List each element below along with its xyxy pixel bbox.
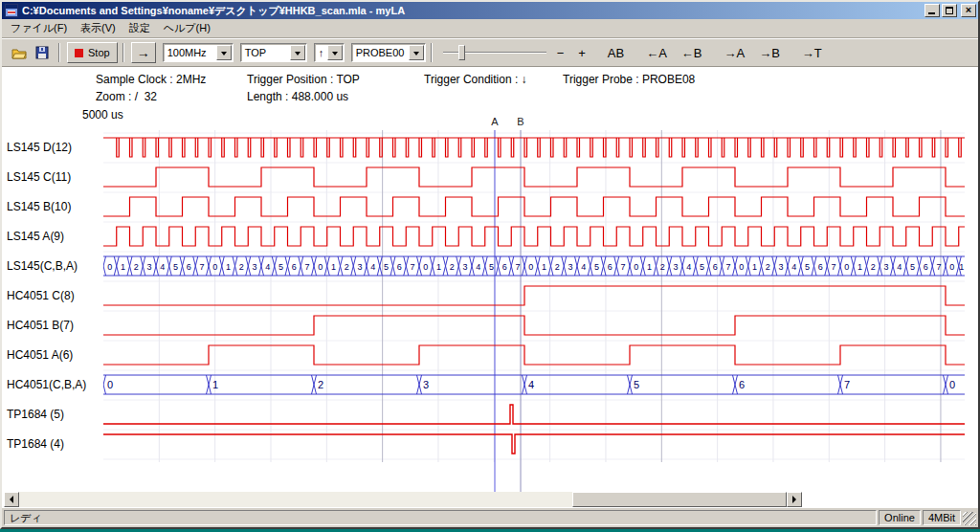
bus-value: 0 [634, 262, 638, 272]
bus-value: 2 [766, 262, 770, 272]
chevron-down-icon[interactable] [290, 45, 305, 60]
bus-value: 6 [187, 262, 191, 272]
bus-value: 1 [542, 262, 546, 272]
bus-4: 0123456701234567012345670123456701234567… [101, 256, 966, 276]
bus-value: 3 [568, 262, 573, 272]
waveform-plot[interactable]: AB01234567012345670123456701234567012345… [2, 67, 978, 508]
goto-trigger-button[interactable]: →T [798, 44, 826, 62]
ab-range-button[interactable]: AB [604, 44, 628, 62]
bus-value: 7 [844, 379, 850, 390]
bus-value: 4 [897, 262, 902, 272]
trigger-position-select[interactable]: TOP [240, 43, 307, 62]
bus-value: 3 [423, 379, 429, 390]
wave-9 [103, 405, 965, 424]
resize-grip[interactable] [963, 512, 976, 525]
bus-value: 3 [463, 262, 468, 272]
bus-value: 6 [502, 262, 507, 272]
minimize-button[interactable] [924, 4, 940, 17]
bus-value: 3 [358, 262, 363, 272]
bus-value: 3 [884, 262, 889, 272]
menu-item-help[interactable]: ヘルプ(H) [157, 19, 217, 37]
bus-value: 6 [608, 262, 612, 272]
scroll-left-button[interactable] [4, 492, 19, 507]
bus-value: 7 [621, 262, 626, 272]
chevron-down-icon[interactable] [409, 45, 424, 60]
wave-5 [103, 286, 965, 305]
bus-value: 5 [489, 262, 494, 272]
trigger-edge-value: ↑ [315, 47, 327, 58]
slider-thumb[interactable] [458, 45, 465, 60]
chevron-down-icon[interactable] [216, 45, 232, 60]
clock-select[interactable]: 100MHz [163, 43, 234, 62]
left-to-b-button[interactable]: ←B [678, 44, 706, 62]
floppy-disk-icon [35, 46, 49, 59]
bus-value: 7 [726, 262, 731, 272]
status-online-badge: Online [879, 510, 921, 525]
titlebar[interactable]: C:¥Documents and Settings¥noname¥デスクトップ¥… [2, 2, 978, 19]
left-to-a-button[interactable]: ←A [642, 44, 671, 62]
bus-value: 5 [805, 262, 810, 272]
bus-value: 4 [686, 262, 691, 272]
bus-value: 0 [528, 262, 533, 272]
right-to-b-button[interactable]: →B [755, 44, 784, 62]
bus-value: 0 [107, 262, 112, 272]
bus-value: 0 [318, 262, 323, 272]
bus-value: 1 [121, 262, 125, 272]
bus-value: 2 [450, 262, 455, 272]
right-to-a-button[interactable]: →A [721, 44, 749, 62]
bus-value: 1 [752, 262, 757, 272]
wave-1 [103, 167, 965, 187]
trigger-edge-select[interactable]: ↑ [314, 43, 345, 62]
status-message: レディ [4, 510, 877, 525]
bus-value: 4 [265, 262, 270, 272]
bus-value: 5 [700, 262, 704, 272]
menu-item-settings[interactable]: 設定 [122, 19, 157, 37]
window-title: C:¥Documents and Settings¥noname¥デスクトップ¥… [22, 4, 923, 18]
menu-item-view[interactable]: 表示(V) [74, 19, 122, 37]
probe-select[interactable]: PROBE00 [351, 43, 426, 62]
stop-icon [75, 49, 83, 57]
zoom-slider[interactable] [443, 43, 546, 62]
bus-value: 2 [871, 262, 876, 272]
app-icon [5, 4, 18, 17]
bus-value: 4 [791, 262, 796, 272]
save-button[interactable] [31, 42, 54, 63]
bus-8: 012345670 [101, 375, 966, 394]
open-folder-icon [11, 47, 27, 59]
bus-value: 6 [818, 262, 823, 272]
bus-value: 0 [949, 379, 955, 390]
bus-value: 2 [345, 262, 349, 272]
zoom-out-button[interactable]: − [553, 44, 568, 62]
bus-value: 4 [370, 262, 375, 272]
close-button[interactable]: × [961, 4, 976, 17]
wave-0 [103, 138, 965, 157]
scroll-right-button[interactable] [787, 492, 802, 507]
wave-10 [103, 434, 965, 454]
bus-value: 4 [581, 262, 586, 272]
wave-2 [103, 197, 965, 216]
bus-value: 0 [423, 262, 428, 272]
bus-value: 3 [147, 262, 152, 272]
scrollbar-thumb[interactable] [572, 492, 787, 507]
horizontal-scrollbar[interactable] [4, 492, 802, 507]
arrow-right-icon [792, 496, 800, 503]
bus-value: 7 [516, 262, 521, 272]
open-button[interactable] [8, 42, 31, 63]
run-button[interactable]: → [131, 42, 156, 63]
chevron-down-icon[interactable] [327, 45, 343, 60]
bus-value: 6 [713, 262, 718, 272]
menu-item-file[interactable]: ファイル(F) [4, 19, 74, 37]
bus-value: 2 [134, 262, 139, 272]
bus-value: 5 [384, 262, 389, 272]
bus-value: 7 [305, 262, 310, 272]
stop-button[interactable]: Stop [67, 42, 118, 63]
maximize-button[interactable] [942, 4, 957, 17]
zoom-in-button[interactable]: + [574, 44, 590, 62]
bus-value: 1 [331, 262, 336, 272]
bus-value: 2 [555, 262, 560, 272]
bus-value: 0 [739, 262, 744, 272]
wave-3 [103, 227, 965, 246]
status-memory-badge: 4MBit [923, 510, 961, 525]
trigger-position-value: TOP [241, 47, 290, 58]
menubar: ファイル(F) 表示(V) 設定 ヘルプ(H) [2, 19, 978, 38]
